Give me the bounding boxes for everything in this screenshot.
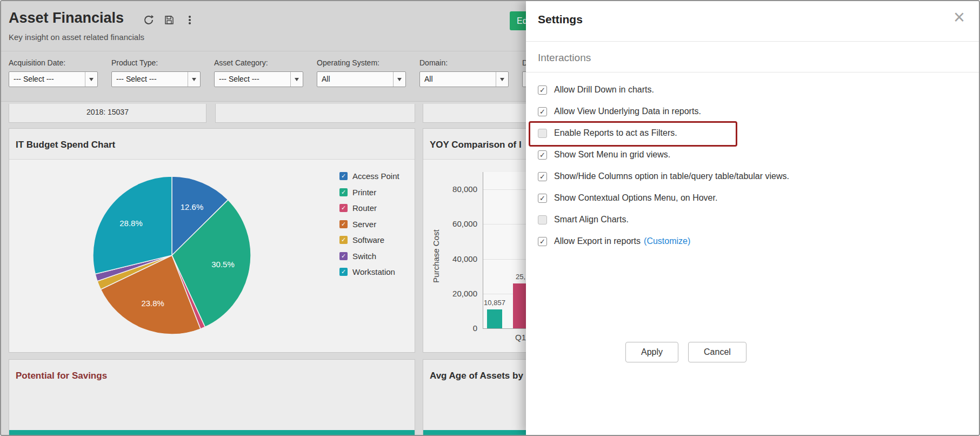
settings-option-row: ✓Allow Drill Down in charts. — [526, 79, 979, 101]
option-label: Enable Reports to act as Filters. — [554, 128, 677, 138]
pie-chart[interactable]: 12.6%30.5%23.8%28.8% — [9, 160, 301, 346]
option-label: Show/Hide Columns option in table/query … — [554, 171, 789, 181]
settings-panel-header: Settings × — [526, 1, 979, 42]
y-axis-tick-label: 20,000 — [439, 289, 477, 298]
legend-checkbox-icon: ✓ — [339, 204, 348, 212]
settings-option-row: ✓Show/Hide Columns option in table/query… — [526, 166, 979, 187]
dropdown-value: --- Select --- — [9, 72, 97, 87]
filter-group: Operating System:All — [317, 58, 406, 101]
chevron-down-icon — [393, 72, 405, 87]
legend-checkbox-icon: ✓ — [339, 252, 348, 260]
apply-button[interactable]: Apply — [625, 342, 678, 362]
settings-options-list: ✓Allow Drill Down in charts.✓Allow View … — [526, 72, 979, 252]
y-axis-tick-label: 40,000 — [439, 254, 477, 263]
settings-option-row: Enable Reports to act as Filters. — [526, 122, 979, 144]
dropdown-value: --- Select --- — [112, 72, 200, 87]
filter-label: Operating System: — [317, 58, 406, 67]
chevron-down-icon — [188, 72, 200, 87]
legend-item[interactable]: ✓Server — [339, 216, 399, 233]
legend-label: Server — [352, 220, 376, 229]
checkbox[interactable] — [538, 215, 547, 224]
filter-dropdown[interactable]: --- Select --- — [9, 71, 98, 87]
checkbox[interactable]: ✓ — [538, 107, 547, 116]
settings-option-row: ✓Show Sort Menu in grid views. — [526, 144, 979, 166]
legend-checkbox-icon: ✓ — [339, 188, 348, 196]
bar-value-label: 10,857 — [476, 299, 514, 307]
checkbox[interactable]: ✓ — [538, 85, 547, 95]
option-label: Show Sort Menu in grid views. — [554, 150, 670, 160]
settings-option-row: ✓Allow View Underlying Data in reports. — [526, 101, 979, 122]
filter-label: Product Type: — [111, 58, 201, 67]
legend-item[interactable]: ✓Software — [339, 232, 399, 248]
chevron-down-icon — [290, 72, 303, 87]
filter-dropdown[interactable]: All — [317, 71, 406, 87]
partial-stat: 2018: 15037 — [86, 108, 129, 122]
more-options-icon[interactable] — [184, 14, 196, 26]
legend-item[interactable]: ✓Router — [339, 200, 399, 216]
legend-checkbox-icon: ✓ — [339, 220, 348, 228]
settings-panel: Settings × Interactions ✓Allow Drill Dow… — [526, 1, 979, 435]
filter-group: Domain:All — [419, 58, 509, 101]
card-header: Potential for Savings — [9, 360, 415, 391]
card-header: IT Budget Spend Chart — [9, 129, 415, 160]
card-title: IT Budget Spend Chart — [16, 140, 115, 150]
legend-item[interactable]: ✓Access Point — [339, 168, 399, 184]
pie-slice-label: 28.8% — [119, 219, 143, 228]
filter-dropdown[interactable]: All — [419, 71, 509, 87]
filter-label: Domain: — [419, 58, 509, 67]
checkbox[interactable]: ✓ — [538, 194, 547, 203]
bottom-left-card-title: Potential for Savings — [16, 371, 107, 381]
pie-chart-body: 12.6%30.5%23.8%28.8% ✓Access Point✓Print… — [9, 160, 415, 352]
pie-slice-label: 30.5% — [211, 260, 235, 269]
pie-slice-label: 23.8% — [141, 299, 164, 308]
save-icon[interactable] — [163, 14, 175, 26]
settings-option-row: Smart Align Charts. — [526, 209, 979, 230]
option-label: Allow View Underlying Data in reports. — [554, 107, 701, 116]
bottom-right-card-title: Avg Age of Assets by — [430, 371, 523, 381]
filter-group: Asset Category:--- Select --- — [214, 58, 303, 101]
legend-item[interactable]: ✓Switch — [339, 248, 399, 265]
chevron-down-icon — [496, 72, 508, 87]
legend-item[interactable]: ✓Printer — [339, 184, 399, 201]
filter-label: Asset Category: — [214, 58, 303, 67]
cancel-button[interactable]: Cancel — [688, 342, 746, 362]
card-title: YOY Comparison of I — [430, 140, 522, 150]
legend-label: Access Point — [352, 171, 399, 181]
y-axis-title: Purchase Cost — [431, 229, 441, 283]
option-label: Show Contextual Options Menu, on Hover. — [554, 193, 717, 203]
legend-label: Workstation — [352, 267, 395, 276]
close-icon[interactable]: × — [954, 8, 965, 27]
legend-item[interactable]: ✓Workstation — [339, 264, 399, 280]
customize-link[interactable]: (Customize) — [644, 236, 690, 246]
checkbox[interactable]: ✓ — [538, 172, 547, 181]
partial-card: 2018: 15037 — [9, 104, 206, 123]
checkbox[interactable]: ✓ — [538, 237, 547, 246]
checkbox[interactable] — [538, 129, 547, 138]
screen: Asset Financials Key insight on asset re… — [0, 0, 980, 436]
legend-label: Software — [352, 235, 384, 245]
panel-title: Settings — [538, 13, 583, 26]
y-axis-tick-label: 0 — [439, 323, 477, 333]
y-axis-tick-label: 80,000 — [439, 184, 477, 194]
filter-group: Acquisition Date:--- Select --- — [9, 58, 98, 101]
partial-card — [215, 104, 415, 123]
bottom-left-card: Potential for Savings — [9, 359, 415, 436]
legend-checkbox-icon: ✓ — [339, 172, 348, 180]
filter-dropdown[interactable]: --- Select --- — [111, 71, 201, 87]
chevron-down-icon — [85, 72, 97, 87]
chart-fragment — [9, 430, 415, 435]
bar-series-1[interactable] — [487, 309, 502, 328]
refresh-icon[interactable] — [143, 14, 155, 26]
checkbox[interactable]: ✓ — [538, 150, 547, 160]
dropdown-value: All — [420, 72, 508, 87]
header-toolbar — [143, 14, 196, 26]
settings-option-row: ✓Show Contextual Options Menu, on Hover. — [526, 187, 979, 209]
pie-slice-label: 12.6% — [181, 202, 204, 212]
y-axis-tick-label: 60,000 — [439, 219, 477, 228]
settings-option-row: ✓Allow Export in reports(Customize) — [526, 230, 979, 252]
pie-chart-card: IT Budget Spend Chart 12.6%30.5%23.8%28.… — [9, 128, 415, 353]
chart-legend: ✓Access Point✓Printer✓Router✓Server✓Soft… — [339, 168, 399, 280]
dropdown-value: --- Select --- — [215, 72, 303, 87]
legend-checkbox-icon: ✓ — [339, 268, 348, 276]
filter-dropdown[interactable]: --- Select --- — [214, 71, 303, 87]
